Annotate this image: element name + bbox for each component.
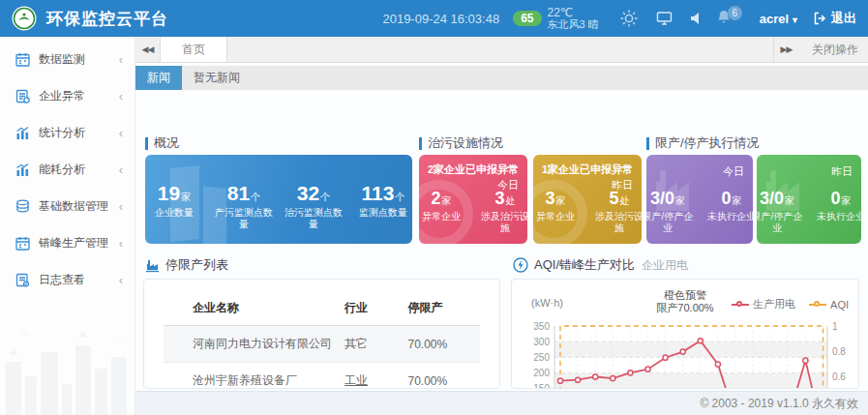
stat-enterprise-count: 19家 企业数量: [145, 182, 204, 230]
tabs-scroll-right-button[interactable]: ▶▶: [773, 37, 798, 62]
stat-abnormal-enterprises: 2家 异常企业: [419, 189, 468, 234]
company-cell: 河南同力电力设计有限公司: [164, 326, 341, 363]
copyright-text: © 2003 - 2019 v1.1.0 永久有效: [700, 397, 858, 410]
sidebar-item-peak-production[interactable]: 错峰生产管理 ‹: [0, 224, 135, 261]
column-industry: 行业: [341, 291, 404, 326]
dashboard-content: 概况 治污设施情况 限产/停产执行情况 19家 企业数量: [135, 90, 868, 391]
aqi-badge: 65: [513, 11, 541, 26]
industry-cell: 其它: [341, 326, 404, 363]
stat-noncompliant-enterprises: 0家 未执行企业: [814, 189, 861, 234]
section-title: 停限产列表: [165, 256, 228, 274]
legend-item-power[interactable]: 生产用电: [732, 297, 795, 311]
section-title: 限产/停产执行情况: [655, 134, 760, 152]
table-row[interactable]: 河南同力电力设计有限公司 其它 70.00%: [164, 326, 480, 363]
section-accent-bar: [646, 137, 649, 150]
stat-facilities-involved: 5处 涉及治污设施: [592, 189, 642, 234]
svg-text:0.6: 0.6: [832, 371, 846, 382]
header-right: 2019-09-24 16:03:48 65 22℃ 东北风3 晴: [382, 7, 868, 30]
sidebar-item-base-data[interactable]: 基础数据管理 ‹: [0, 188, 135, 224]
news-button[interactable]: 新闻: [135, 66, 182, 90]
line-chart[interactable]: 35030025020015010010.80.60.40.2: [520, 318, 853, 389]
treatment-yesterday-card: 1家企业已申报异常 昨日 3家 异常企业 5处 涉及治污设施: [533, 155, 642, 244]
tab-bar: ◀◀ 首页 ▶▶ 关闭操作: [135, 37, 868, 63]
page: 环保监控云平台 2019-09-24 16:03:48 65 22℃ 东北风3 …: [0, 0, 868, 415]
aqi-chart-panel: (kW·h) 橙色预警 限产70.00% 生产用电 AQI: [511, 279, 859, 389]
calendar-icon: [15, 52, 30, 67]
industry-link[interactable]: 工业: [341, 363, 404, 390]
app-title: 环保监控云平台: [46, 8, 168, 30]
chevron-left-icon: ‹: [119, 163, 123, 177]
period-label: 昨日: [831, 164, 853, 179]
line-marker-icon: [732, 301, 749, 309]
weather-display: 22℃ 东北风3 晴: [548, 7, 599, 30]
section-treatment-header: 治污设施情况: [419, 134, 503, 152]
logout-button[interactable]: 退出: [813, 10, 856, 27]
sidebar: 数据监测 ‹ 企业异常 ‹ 统计分析 ‹ 能耗分析 ‹ 基础数据管理 ‹ 错峰生…: [0, 37, 135, 415]
app-logo-icon: [12, 6, 37, 31]
sidebar-item-statistics[interactable]: 统计分析 ‹: [0, 114, 135, 151]
temperature-label: 22℃: [548, 6, 574, 19]
main-area: ◀◀ 首页 ▶▶ 关闭操作 新闻 暂无新闻 概况 治污设施情况 限产/停产执行情…: [135, 37, 868, 415]
company-cell: 沧州宇新养殖设备厂: [164, 363, 341, 390]
table-header-row: 企业名称 行业 停限产: [164, 291, 480, 326]
stat-treatment-points: 32个 治污监测点数量: [284, 182, 344, 230]
section-accent-bar: [145, 137, 148, 150]
overview-stats-card: 19家 企业数量 81个 产污监测点数量 32个 治污监测点数量 113个 监测…: [145, 155, 412, 244]
calendar-icon: [15, 236, 30, 251]
svg-text:150: 150: [533, 383, 550, 389]
sidebar-item-label: 基础数据管理: [39, 198, 108, 215]
user-menu[interactable]: acrel▼: [760, 12, 799, 26]
section-accent-bar: [419, 137, 422, 150]
stat-monitor-points: 113个 监测点数量: [353, 182, 412, 230]
chart-header: (kW·h) 橙色预警 限产70.00% 生产用电 AQI: [512, 289, 858, 318]
chevron-down-icon: ▼: [791, 15, 799, 25]
datetime-display: 2019-09-24 16:03:48: [382, 12, 499, 26]
tab-home[interactable]: 首页: [161, 37, 227, 62]
treatment-today-card: 2家企业已申报异常 今日 2家 异常企业 3处 涉及治污设施: [419, 155, 527, 244]
sidebar-item-data-monitoring[interactable]: 数据监测 ‹: [0, 41, 135, 77]
footer: © 2003 - 2019 v1.1.0 永久有效: [135, 391, 868, 415]
sidebar-item-label: 企业异常: [39, 88, 85, 104]
sidebar-item-log-view[interactable]: 日志查看 ‹: [0, 261, 135, 298]
news-bar: 新闻 暂无新闻: [135, 66, 868, 90]
svg-text:200: 200: [533, 368, 550, 378]
stat-abnormal-enterprises: 3家 异常企业: [533, 189, 583, 234]
sidebar-item-energy-analysis[interactable]: 能耗分析 ‹: [0, 151, 135, 188]
sidebar-item-enterprise-anomaly[interactable]: 企业异常 ‹: [0, 77, 135, 114]
news-content: 暂无新闻: [194, 70, 240, 86]
legend-item-aqi[interactable]: AQI: [809, 299, 849, 311]
section-limit-list-header: 停限产列表: [145, 256, 228, 274]
section-overview-header: 概况: [145, 134, 179, 152]
legend-label: AQI: [830, 299, 849, 311]
sidebar-item-label: 能耗分析: [39, 162, 85, 178]
svg-text:250: 250: [533, 352, 550, 363]
sidebar-item-label: 统计分析: [39, 125, 85, 141]
close-operations-button[interactable]: 关闭操作: [798, 37, 868, 62]
notifications[interactable]: 6: [717, 10, 731, 28]
lightning-circle-icon: [513, 257, 528, 273]
section-title: 治污设施情况: [428, 134, 503, 152]
column-percent: 停限产: [404, 291, 481, 326]
period-label: 今日: [723, 164, 744, 179]
chevron-left-icon: ‹: [119, 89, 123, 104]
svg-text:300: 300: [533, 337, 550, 347]
bar-chart-icon: [15, 126, 30, 140]
chart-legend: 生产用电 AQI: [718, 297, 849, 311]
log-icon: [15, 273, 30, 287]
legend-label: 生产用电: [753, 297, 795, 311]
tabs-scroll-left-button[interactable]: ◀◀: [135, 37, 161, 62]
section-title: AQI/错峰生产对比: [534, 256, 635, 274]
table-row[interactable]: 沧州宇新养殖设备厂 工业 70.00%: [164, 363, 480, 390]
app-header: 环保监控云平台 2019-09-24 16:03:48 65 22℃ 东北风3 …: [0, 0, 868, 37]
section-subtitle: 企业用电: [642, 257, 688, 274]
svg-text:350: 350: [533, 321, 550, 332]
sidebar-item-label: 错峰生产管理: [39, 235, 108, 252]
city-skyline-watermark: [0, 309, 135, 415]
chevron-left-icon: ‹: [119, 52, 123, 67]
line-marker-icon: [809, 301, 826, 309]
chevron-left-icon: ‹: [119, 126, 123, 140]
monitor-icon[interactable]: [656, 11, 673, 26]
svg-text:1: 1: [832, 321, 838, 332]
speaker-icon[interactable]: [690, 12, 703, 25]
percent-cell: 70.00%: [404, 363, 481, 390]
